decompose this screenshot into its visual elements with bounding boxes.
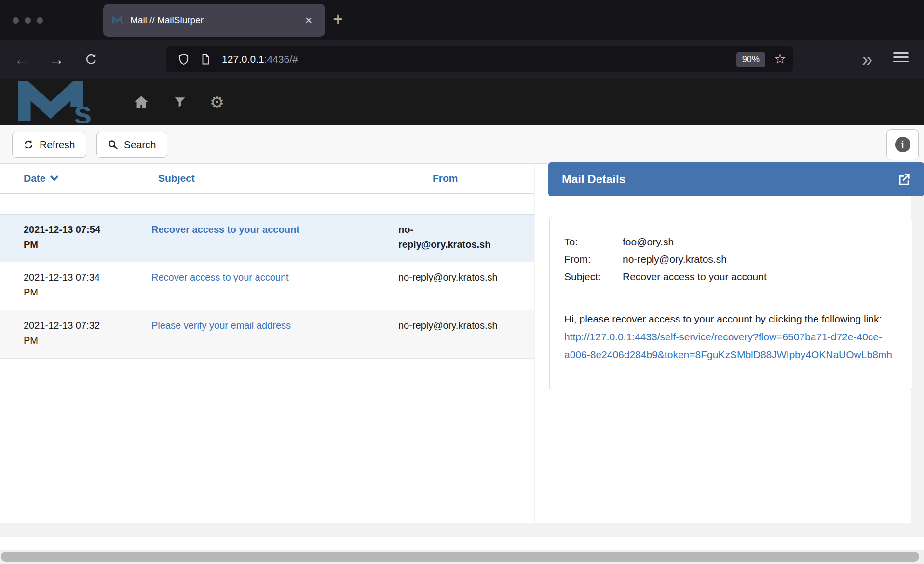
filter-icon[interactable] — [169, 79, 190, 125]
url-path: :4436/# — [264, 54, 298, 65]
mailslurper-navbar: s ⚙ — [0, 79, 924, 125]
window-dot[interactable] — [37, 17, 43, 24]
browser-nav-toolbar: ← → 127.0.0.1:4436/# 90% ☆ » — [0, 40, 924, 79]
app-toolbar: Refresh Search i — [0, 125, 924, 164]
details-divider — [564, 297, 897, 297]
to-value: foo@ory.sh — [623, 235, 897, 249]
mail-row-subject[interactable]: Recover access to your account — [151, 222, 383, 237]
horizontal-scrollbar[interactable] — [0, 550, 924, 564]
column-header-date-label: Date — [24, 173, 46, 184]
mail-row-date: 2021-12-13 07:54 PM — [24, 222, 110, 252]
footer-band — [0, 537, 924, 550]
mail-row-from: no-reply@ory.kratos.sh — [398, 318, 501, 333]
window-dot[interactable] — [25, 17, 31, 24]
mail-details-title: Mail Details — [562, 173, 897, 186]
mail-details-fields: To: foo@ory.sh From: no-reply@ory.kratos… — [564, 235, 897, 283]
mailslurper-favicon: s — [112, 16, 123, 25]
hamburger-menu-icon[interactable] — [893, 52, 909, 62]
column-header-date[interactable]: Date — [24, 173, 58, 184]
tab-close-icon[interactable]: ✕ — [301, 13, 316, 28]
subject-label: Subject: — [564, 269, 623, 283]
reload-icon[interactable] — [78, 40, 104, 79]
zoom-level-badge[interactable]: 90% — [736, 52, 765, 67]
mail-details-header: Mail Details — [548, 162, 924, 196]
mail-body: Hi, please recover access to your accoun… — [564, 310, 897, 363]
list-spacer — [0, 194, 534, 214]
home-icon[interactable] — [131, 79, 152, 125]
url-bar[interactable]: 127.0.0.1:4436/# 90% ☆ — [166, 46, 793, 72]
browser-tabbar: s Mail // MailSlurper ✕ + — [0, 0, 924, 40]
bookmark-star-icon[interactable]: ☆ — [774, 53, 786, 66]
to-label: To: — [564, 235, 623, 249]
search-button-label: Search — [124, 139, 156, 150]
mail-row[interactable]: 2021-12-13 07:32 PM Please verify your e… — [0, 310, 534, 359]
mail-row[interactable]: 2021-12-13 07:34 PM Recover access to yo… — [0, 262, 534, 310]
mail-row-subject[interactable]: Recover access to your account — [151, 270, 383, 285]
gear-icon[interactable]: ⚙ — [206, 79, 228, 125]
subject-value: Recover access to your account — [623, 269, 897, 283]
mailslurper-logo[interactable]: s — [14, 81, 107, 123]
sort-chevron-down-icon — [50, 175, 58, 181]
info-button[interactable]: i — [886, 129, 919, 160]
page-info-icon[interactable] — [200, 54, 211, 65]
refresh-icon — [23, 139, 34, 150]
search-button[interactable]: Search — [96, 132, 167, 158]
from-label: From: — [564, 252, 623, 266]
mail-row-date: 2021-12-13 07:32 PM — [24, 318, 110, 348]
new-tab-button[interactable]: + — [333, 9, 343, 30]
url-text[interactable]: 127.0.0.1:4436/# — [222, 54, 298, 65]
mail-body-text: Hi, please recover access to your accoun… — [564, 313, 882, 324]
mail-row-subject[interactable]: Please verify your email address — [151, 318, 383, 333]
refresh-button[interactable]: Refresh — [12, 132, 86, 158]
svg-text:s: s — [121, 19, 123, 25]
tab-title: Mail // MailSlurper — [130, 15, 301, 26]
window-control-dots[interactable] — [13, 17, 43, 24]
horizontal-scrollbar-thumb[interactable] — [1, 552, 919, 562]
external-link-icon[interactable] — [897, 173, 910, 186]
mail-list-panel: Date Subject From 2021-12-13 07:54 PM Re… — [0, 164, 534, 523]
main-content: Date Subject From 2021-12-13 07:54 PM Re… — [0, 164, 924, 523]
window-dot[interactable] — [13, 17, 19, 24]
svg-text:s: s — [73, 94, 92, 123]
column-header-from[interactable]: From — [433, 173, 458, 184]
shield-icon[interactable] — [177, 53, 190, 66]
mail-details-card: To: foo@ory.sh From: no-reply@ory.kratos… — [549, 217, 912, 390]
toolbar-overflow-icon[interactable]: » — [854, 40, 881, 79]
forward-icon[interactable]: → — [43, 40, 69, 79]
column-header-subject[interactable]: Subject — [158, 173, 195, 184]
from-value: no-reply@ory.kratos.sh — [623, 252, 897, 266]
recovery-link[interactable]: http://127.0.0.1:4433/self-service/recov… — [564, 331, 892, 360]
info-icon: i — [895, 137, 910, 152]
browser-tab[interactable]: s Mail // MailSlurper ✕ — [103, 4, 325, 37]
mail-row[interactable]: 2021-12-13 07:54 PM Recover access to yo… — [0, 214, 534, 262]
refresh-button-label: Refresh — [40, 139, 75, 150]
mail-list-header: Date Subject From — [0, 164, 534, 194]
mail-row-from: no-reply@ory.kratos.sh — [398, 270, 501, 285]
back-icon[interactable]: ← — [9, 40, 35, 79]
mail-row-from: no-reply@ory.kratos.sh — [398, 222, 501, 252]
mail-row-date: 2021-12-13 07:34 PM — [24, 270, 110, 300]
search-icon — [108, 139, 118, 150]
url-host: 127.0.0.1 — [222, 54, 264, 65]
